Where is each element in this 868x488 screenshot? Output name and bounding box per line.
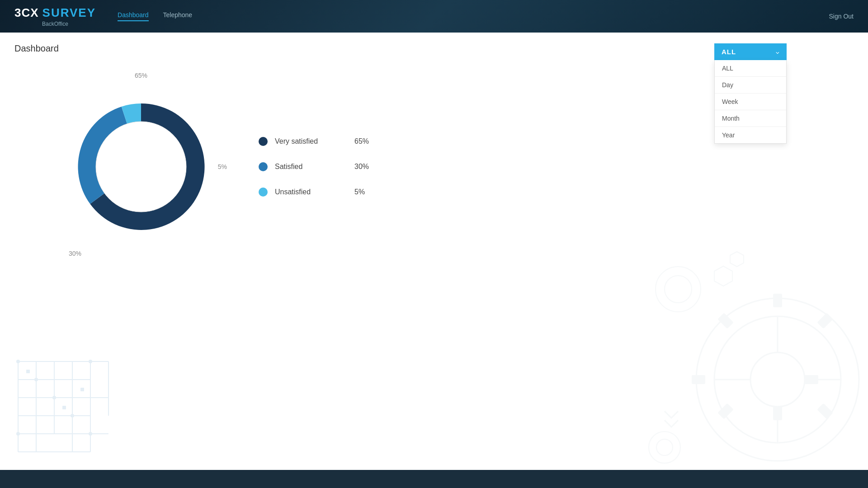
legend-value-very-satisfied: 65% (354, 137, 369, 145)
svg-point-14 (52, 396, 56, 399)
bg-decoration-left (0, 343, 127, 470)
logo-area: 3CX SURVEY BackOffice (14, 6, 96, 27)
svg-point-15 (71, 414, 74, 418)
svg-point-18 (89, 360, 92, 363)
svg-rect-29 (717, 313, 733, 328)
dropdown-option-year[interactable]: Year (715, 127, 786, 143)
chart-label-30: 30% (69, 250, 81, 257)
header: 3CX SURVEY BackOffice Dashboard Telephon… (0, 0, 868, 33)
chart-label-5: 5% (218, 163, 227, 170)
svg-rect-32 (817, 403, 833, 419)
legend-dot-very-satisfied (259, 137, 268, 146)
dropdown-option-day[interactable]: Day (715, 77, 786, 94)
svg-point-24 (750, 352, 805, 407)
svg-point-41 (649, 432, 680, 463)
svg-marker-40 (730, 252, 744, 267)
svg-rect-25 (773, 294, 782, 307)
donut-chart (60, 85, 222, 248)
legend-item-unsatisfied: Unsatisfied 5% (259, 188, 369, 197)
svg-rect-21 (80, 388, 84, 391)
chevron-down-icon: ⌵ (776, 49, 779, 55)
footer (0, 470, 868, 488)
dropdown-option-all[interactable]: ALL (715, 60, 786, 77)
svg-marker-39 (714, 266, 732, 286)
svg-rect-27 (692, 375, 705, 384)
logo-main: 3CX SURVEY (14, 6, 96, 20)
legend-label-unsatisfied: Unsatisfied (275, 188, 347, 196)
dropdown-menu: ALL Day Week Month Year (714, 60, 787, 144)
logo-backoffice: BackOffice (14, 21, 96, 27)
bg-decoration-right (642, 244, 868, 470)
dropdown-option-week[interactable]: Week (715, 94, 786, 110)
nav-dashboard[interactable]: Dashboard (118, 11, 149, 21)
svg-point-16 (89, 432, 92, 436)
sign-out-button[interactable]: Sign Out (829, 13, 854, 20)
svg-rect-19 (26, 370, 30, 373)
logo-3cx: 3CX (14, 6, 39, 20)
legend-item-very-satisfied: Very satisfied 65% (259, 137, 369, 146)
svg-point-12 (16, 360, 20, 363)
svg-point-13 (34, 378, 38, 381)
legend-label-satisfied: Satisfied (275, 163, 347, 171)
svg-point-17 (16, 432, 20, 436)
logo-survey: SURVEY (42, 6, 96, 20)
legend-value-unsatisfied: 5% (354, 188, 365, 196)
legend-value-satisfied: 30% (354, 163, 369, 171)
svg-rect-30 (817, 313, 833, 328)
nav-telephone[interactable]: Telephone (163, 11, 193, 21)
page-content: Dashboard (0, 33, 868, 470)
dropdown-selected-value: ALL (722, 48, 736, 56)
legend-item-satisfied: Satisfied 30% (259, 162, 369, 171)
svg-point-38 (665, 276, 692, 303)
dropdown-header[interactable]: ALL ⌵ (714, 43, 787, 60)
svg-point-42 (656, 439, 673, 455)
legend-dot-unsatisfied (259, 188, 268, 197)
donut-chart-wrapper: 65% 30% 5% (60, 72, 222, 262)
chart-label-65: 65% (135, 72, 147, 79)
donut-hole (96, 122, 186, 212)
legend-dot-satisfied (259, 162, 268, 171)
svg-rect-20 (62, 406, 66, 409)
svg-point-37 (656, 267, 701, 312)
nav: Dashboard Telephone (118, 11, 829, 21)
dropdown-option-month[interactable]: Month (715, 110, 786, 127)
legend-label-very-satisfied: Very satisfied (275, 137, 347, 145)
time-filter-dropdown[interactable]: ALL ⌵ ALL Day Week Month Year (714, 43, 787, 144)
chart-legend: Very satisfied 65% Satisfied 30% Unsatis… (259, 137, 369, 197)
